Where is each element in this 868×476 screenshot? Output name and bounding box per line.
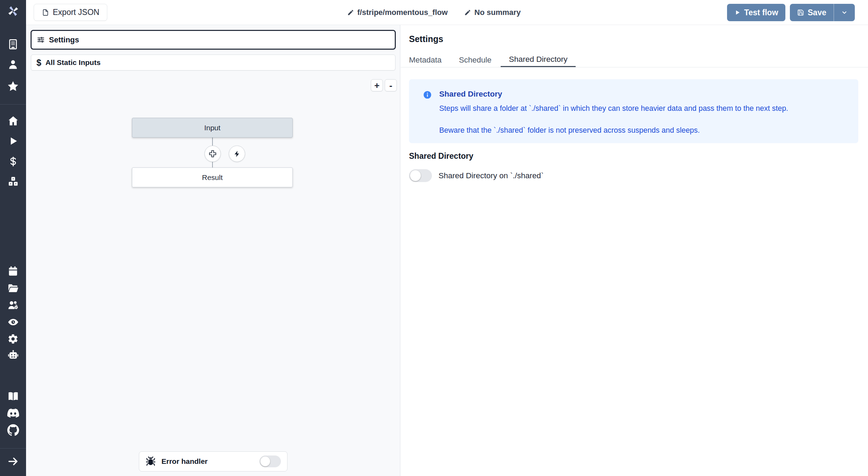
all-static-inputs-module[interactable]: $ All Static Inputs <box>31 55 395 71</box>
robot-icon[interactable] <box>0 347 26 363</box>
zoom-out-button[interactable]: - <box>385 79 397 91</box>
shared-directory-section-title: Shared Directory <box>409 151 473 161</box>
insert-step-button[interactable] <box>205 146 221 162</box>
test-flow-button[interactable]: Test flow <box>727 4 785 21</box>
shared-directory-toggle[interactable] <box>409 169 432 182</box>
flow-summary-edit[interactable]: No summary <box>464 8 520 17</box>
save-split-button: Save <box>790 4 855 21</box>
topbar: Export JSON f/stripe/momentous_flow No s… <box>26 0 868 25</box>
flow-summary-label: No summary <box>474 8 520 17</box>
calendar-icon[interactable] <box>0 263 26 279</box>
pencil-icon <box>347 9 354 16</box>
topbar-actions: Test flow Save <box>727 4 855 21</box>
save-label: Save <box>808 8 826 17</box>
file-export-icon <box>42 9 49 16</box>
boxes-icon[interactable] <box>0 174 26 189</box>
sidebar <box>0 0 26 476</box>
bug-icon <box>145 456 156 467</box>
plus-cross-icon <box>209 150 217 158</box>
flow-settings-label: Settings <box>49 35 79 44</box>
dollar-sign-icon: $ <box>36 58 41 68</box>
star-icon[interactable] <box>0 79 26 94</box>
github-icon[interactable] <box>0 422 26 438</box>
zoom-in-button[interactable]: + <box>371 79 383 91</box>
error-handler-module[interactable]: Error handler <box>139 451 287 471</box>
flow-path-edit[interactable]: f/stripe/momentous_flow <box>347 8 448 17</box>
toggle-knob <box>260 457 270 466</box>
arrow-right-icon[interactable] <box>0 454 26 469</box>
info-box-line2: Beware that the `./shared` folder is not… <box>439 126 700 135</box>
home-icon[interactable] <box>0 113 26 129</box>
flow-header: f/stripe/momentous_flow No summary <box>347 0 521 25</box>
discord-icon[interactable] <box>0 405 26 421</box>
shared-directory-toggle-label: Shared Directory on `./shared` <box>439 171 544 180</box>
play-icon <box>734 9 741 16</box>
export-json-button[interactable]: Export JSON <box>34 4 107 21</box>
input-node[interactable]: Input <box>132 118 293 138</box>
chevron-down-icon <box>841 9 848 16</box>
shared-directory-toggle-row: Shared Directory on `./shared` <box>409 169 544 182</box>
flow-settings-panel: Settings Metadata Schedule Shared Direct… <box>401 25 868 476</box>
error-handler-toggle[interactable] <box>259 456 281 467</box>
export-json-label: Export JSON <box>53 8 99 17</box>
all-static-inputs-label: All Static Inputs <box>45 58 101 67</box>
user-icon[interactable] <box>0 57 26 72</box>
flow-settings-module[interactable]: Settings <box>31 30 396 50</box>
input-node-label: Input <box>204 124 220 132</box>
trigger-button[interactable] <box>229 146 245 162</box>
tab-shared-directory[interactable]: Shared Directory <box>501 53 576 67</box>
windmill-logo[interactable] <box>0 3 26 19</box>
toggle-knob <box>410 170 421 181</box>
info-box-title: Shared Directory <box>439 90 502 99</box>
error-handler-label: Error handler <box>161 457 254 466</box>
pencil-icon <box>464 9 471 16</box>
flow-path-label: f/stripe/momentous_flow <box>357 8 448 17</box>
test-flow-label: Test flow <box>744 8 778 17</box>
flow-editor-canvas: Settings $ All Static Inputs + - Input R… <box>26 25 400 476</box>
zap-icon <box>233 150 241 158</box>
tab-metadata[interactable]: Metadata <box>409 53 442 67</box>
tab-schedule[interactable]: Schedule <box>459 53 492 67</box>
folder-open-icon[interactable] <box>0 281 26 296</box>
save-icon <box>797 9 804 16</box>
building-icon[interactable] <box>0 36 26 52</box>
info-icon <box>423 90 432 99</box>
settings-panel-title: Settings <box>409 34 443 44</box>
sidebar-divider <box>0 104 26 105</box>
dollar-sign-icon[interactable] <box>0 154 26 169</box>
sliders-icon <box>37 36 45 44</box>
zoom-out-label: - <box>389 81 392 90</box>
book-open-icon[interactable] <box>0 389 26 404</box>
save-button[interactable]: Save <box>790 4 834 21</box>
save-dropdown-button[interactable] <box>834 4 855 21</box>
shared-directory-info-box: Shared Directory Steps will share a fold… <box>409 79 858 143</box>
users-gear-icon[interactable] <box>0 297 26 313</box>
settings-tabbar: Metadata Schedule Shared Directory <box>401 53 868 67</box>
result-node-label: Result <box>202 173 223 182</box>
play-icon[interactable] <box>0 133 26 149</box>
eye-icon[interactable] <box>0 314 26 330</box>
gear-icon[interactable] <box>0 331 26 346</box>
result-node[interactable]: Result <box>132 167 293 187</box>
info-box-line1: Steps will share a folder at `./shared` … <box>439 104 788 113</box>
zoom-in-label: + <box>374 81 379 90</box>
sidebar-divider <box>0 448 26 449</box>
